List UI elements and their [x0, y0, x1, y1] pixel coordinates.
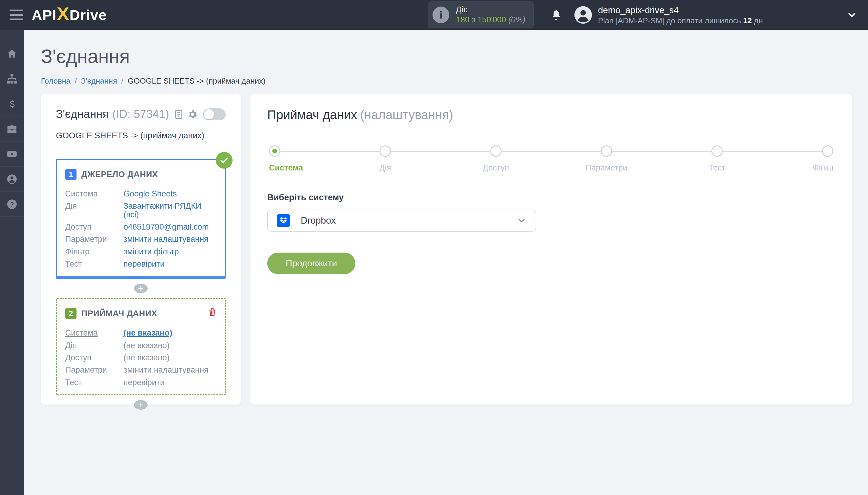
step-circle[interactable]: [380, 146, 391, 157]
sidebar-item-video[interactable]: [0, 141, 24, 167]
source-system-link[interactable]: Google Sheets: [124, 190, 177, 198]
sidebar: ?: [0, 30, 24, 495]
settings-title: Приймач даних(налаштування): [267, 108, 835, 122]
source-filter-link[interactable]: змінити фільтр: [124, 248, 179, 256]
billing-icon: [6, 98, 18, 109]
table-row: Доступ (не вказано): [65, 354, 216, 362]
chevron-down-icon[interactable]: [847, 10, 857, 20]
breadcrumb-home[interactable]: Головна: [41, 76, 70, 86]
step-circle[interactable]: [269, 146, 280, 157]
sidebar-item-toolbox[interactable]: [0, 116, 24, 141]
sidebar-item-help[interactable]: ?: [0, 192, 24, 217]
step-connector: [502, 151, 601, 152]
app-logo[interactable]: APIXDrive: [32, 6, 107, 23]
actions-counter-badge[interactable]: i Дії: 180 з 150'000 (0%): [428, 1, 533, 28]
step-test[interactable]: Тест: [711, 146, 822, 157]
connection-id: (ID: 57341): [112, 108, 169, 121]
source-block-rows: Система Google Sheets Дія Завантажити РЯ…: [65, 190, 216, 268]
source-params-link[interactable]: змінити налаштування: [124, 235, 208, 243]
receiver-access-value: (не вказано): [124, 354, 169, 362]
table-row: Тест перевірити: [65, 378, 216, 387]
delete-block-icon[interactable]: [208, 307, 217, 317]
sidebar-item-home[interactable]: [0, 41, 24, 66]
step-circle[interactable]: [601, 146, 612, 157]
svg-text:?: ?: [10, 201, 14, 208]
logo-part-drive: Drive: [69, 7, 107, 23]
document-icon[interactable]: [173, 109, 184, 120]
step-finish[interactable]: Фініш: [822, 146, 833, 157]
toggle-knob: [204, 109, 214, 119]
receiver-block-rows: Система (не вказано) Дія (не вказано) До…: [65, 329, 216, 387]
hamburger-menu-icon[interactable]: [9, 8, 25, 22]
topbar: APIXDrive i Дії: 180 з 150'000 (0%) demo…: [0, 0, 868, 30]
breadcrumb-section[interactable]: З'єднання: [81, 76, 117, 86]
block-number-badge: 1: [65, 169, 77, 180]
user-info: demo_apix-drive_s4 Plan |ADM-AP-SM| до о…: [598, 4, 763, 26]
table-row: Система (не вказано): [65, 329, 216, 337]
breadcrumb-current: GOOGLE SHEETS -> (приймач даних): [128, 76, 265, 86]
step-parameters[interactable]: Параметри: [601, 146, 711, 157]
source-action-link[interactable]: Завантажити РЯДКИ (всі): [124, 202, 216, 219]
page-title: З'єднання: [41, 45, 852, 67]
sidebar-item-account[interactable]: [0, 167, 24, 192]
table-row: Параметри змінити налаштування: [65, 235, 216, 243]
block-number-badge: 2: [65, 308, 77, 319]
select-system-label: Виберіть систему: [267, 192, 835, 202]
gear-icon[interactable]: [187, 109, 198, 120]
actions-counts: 180 з 150'000 (0%): [456, 15, 525, 25]
system-select[interactable]: Dropbox: [267, 209, 536, 232]
table-row: Доступ o46519790@gmail.com: [65, 223, 216, 231]
step-connector: [280, 151, 380, 152]
data-receiver-block[interactable]: 2 ПРИЙМАЧ ДАНИХ Система (не вказано) Дія…: [56, 298, 226, 395]
actions-counter-text: Дії: 180 з 150'000 (0%): [456, 5, 525, 25]
step-system[interactable]: Система: [269, 146, 380, 157]
sidebar-item-billing[interactable]: [0, 91, 24, 116]
avatar: [574, 5, 593, 24]
block-title: ПРИЙМАЧ ДАНИХ: [81, 309, 157, 318]
table-row: Параметри змінити налаштування: [65, 366, 216, 374]
table-row: Дія (не вказано): [65, 341, 216, 349]
block-title: ДЖЕРЕЛО ДАНИХ: [81, 170, 158, 179]
sidebar-item-connections[interactable]: [0, 66, 24, 91]
receiver-params-value: змінити налаштування: [124, 366, 208, 374]
connection-enabled-toggle[interactable]: [203, 108, 226, 120]
dropbox-icon: [277, 214, 290, 227]
step-access[interactable]: Доступ: [490, 146, 601, 157]
selected-system-name: Dropbox: [301, 215, 335, 226]
receiver-action-value: (не вказано): [124, 341, 169, 349]
add-step-button[interactable]: +: [134, 400, 148, 410]
data-source-block[interactable]: 1 ДЖЕРЕЛО ДАНИХ Система Google Sheets Ді…: [56, 159, 226, 279]
step-connector: [723, 151, 822, 152]
step-circle[interactable]: [490, 146, 502, 157]
breadcrumb: Головна / З'єднання / GOOGLE SHEETS -> (…: [41, 76, 852, 86]
info-icon: i: [432, 6, 449, 23]
table-row: Тест перевірити: [65, 260, 216, 268]
table-row: Фільтр змінити фільтр: [65, 248, 216, 256]
receiver-test-value: перевірити: [124, 378, 165, 387]
step-action[interactable]: Дія: [380, 146, 490, 157]
step-circle[interactable]: [711, 146, 723, 157]
user-menu[interactable]: demo_apix-drive_s4 Plan |ADM-AP-SM| до о…: [574, 4, 763, 26]
table-row: Система Google Sheets: [65, 190, 216, 198]
notifications-bell-icon[interactable]: [550, 9, 562, 21]
add-step-button[interactable]: +: [134, 284, 148, 293]
user-plan: Plan |ADM-AP-SM| до оплати лишилось 12 д…: [598, 16, 763, 26]
connection-title: З'єднання: [56, 108, 109, 121]
receiver-settings-card: Приймач даних(налаштування) Система Дія …: [250, 94, 852, 405]
source-access-link[interactable]: o46519790@gmail.com: [124, 223, 209, 231]
logo-part-api: API: [32, 7, 56, 23]
continue-button[interactable]: Продовжити: [267, 253, 355, 274]
connection-header: З'єднання (ID: 57341): [56, 108, 226, 121]
user-name: demo_apix-drive_s4: [598, 4, 763, 16]
main-content: З'єднання Головна / З'єднання / GOOGLE S…: [24, 30, 868, 495]
check-badge-icon: [216, 152, 232, 169]
connection-overview-card: З'єднання (ID: 57341) GOOGLE SHEETS -> (…: [41, 94, 241, 405]
source-test-link[interactable]: перевірити: [124, 260, 165, 268]
receiver-system-link[interactable]: (не вказано): [124, 329, 172, 337]
home-icon: [6, 48, 18, 59]
step-connector: [391, 151, 490, 152]
help-icon: ?: [6, 199, 18, 210]
step-circle[interactable]: [822, 146, 833, 157]
chevron-down-icon: [517, 216, 527, 226]
setup-stepper: Система Дія Доступ Параметри: [269, 146, 833, 157]
